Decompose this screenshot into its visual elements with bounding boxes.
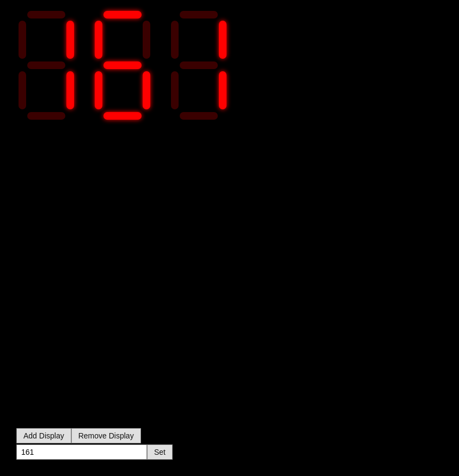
remove-display-button[interactable]: Remove Display — [71, 428, 141, 443]
seg-d-0 — [27, 112, 65, 120]
seg-f-2 — [171, 21, 179, 59]
seg-c-0 — [66, 71, 74, 109]
seg-d-1 — [103, 112, 142, 120]
seg-g-1 — [103, 61, 142, 69]
seg-b-2 — [219, 21, 227, 59]
controls-panel: Add Display Remove Display Set — [16, 428, 173, 460]
seg-e-2 — [171, 71, 179, 109]
set-button[interactable]: Set — [147, 444, 173, 460]
digit-0 — [16, 11, 76, 120]
seg-g-0 — [27, 61, 65, 69]
seg-c-2 — [219, 71, 227, 109]
seg-c-1 — [143, 71, 150, 109]
seg-d-2 — [180, 112, 218, 120]
seg-a-1 — [103, 11, 142, 18]
value-input[interactable] — [16, 444, 147, 460]
seg-b-1 — [143, 21, 150, 59]
digit-1 — [93, 11, 152, 120]
controls-row-2: Set — [16, 444, 173, 460]
seg-f-0 — [19, 21, 26, 59]
digit-2 — [169, 11, 229, 120]
controls-row-1: Add Display Remove Display — [16, 428, 173, 443]
seg-g-2 — [180, 61, 218, 69]
seg-e-1 — [95, 71, 102, 109]
seg-f-1 — [95, 21, 102, 59]
seg-e-0 — [19, 71, 26, 109]
seg-a-2 — [180, 11, 218, 18]
seg-b-0 — [66, 21, 74, 59]
seg-a-0 — [27, 11, 65, 18]
add-display-button[interactable]: Add Display — [16, 428, 71, 443]
seven-segment-display — [16, 11, 229, 120]
